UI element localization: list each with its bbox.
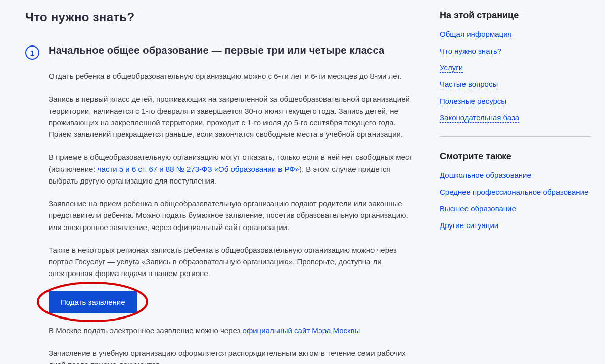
law-link[interactable]: части 5 и 6 ст. 67 и 88 № 273-ФЗ «Об обр… xyxy=(98,165,299,173)
nav-links: Общая информация Что нужно знать? Услуги… xyxy=(440,30,591,122)
submit-application-button[interactable]: Подать заявление xyxy=(49,291,137,313)
text: В Москве подать электронное заявление мо… xyxy=(49,326,243,335)
nav-link-services[interactable]: Услуги xyxy=(440,63,463,73)
nav-link-need-to-know[interactable]: Что нужно знать? xyxy=(440,47,501,56)
nav-link-general[interactable]: Общая информация xyxy=(440,30,512,39)
related-link-preschool[interactable]: Дошкольное образование xyxy=(440,171,531,179)
nav-link-faq[interactable]: Частые вопросы xyxy=(440,80,498,89)
section-row: 1 Начальное общее образование — первые т… xyxy=(25,44,414,364)
related-link-higher[interactable]: Высшее образование xyxy=(440,204,516,213)
sidebar: На этой странице Общая информация Что ну… xyxy=(430,10,591,364)
paragraph: Заявление на прием ребенка в общеобразов… xyxy=(49,198,414,233)
paragraph: Также в некоторых регионах записать ребе… xyxy=(49,244,414,280)
divider xyxy=(440,136,591,137)
nav-link-legislation[interactable]: Законодательная база xyxy=(440,113,519,123)
mayor-site-link[interactable]: официальный сайт Мэра Москвы xyxy=(243,326,360,335)
page-title: Что нужно знать? xyxy=(25,10,414,24)
paragraph: Запись в первый класс детей, проживающих… xyxy=(49,93,414,140)
paragraph: Зачисление в учебную организацию оформля… xyxy=(49,347,414,364)
related-links: Дошкольное образование Среднее профессио… xyxy=(440,171,591,230)
sidebar-nav-title: На этой странице xyxy=(440,10,591,21)
sidebar-related-title: Смотрите также xyxy=(440,151,591,162)
paragraph: В приеме в общеобразовательную организац… xyxy=(49,151,414,187)
nav-link-resources[interactable]: Полезные ресурсы xyxy=(440,97,506,106)
section-heading: Начальное общее образование — первые три… xyxy=(49,44,414,56)
related-link-secondary[interactable]: Среднее профессиональное образование xyxy=(440,188,588,196)
paragraph: Отдать ребенка в общеобразовательную орг… xyxy=(49,70,414,82)
step-badge: 1 xyxy=(25,46,39,60)
related-link-other[interactable]: Другие ситуации xyxy=(440,221,498,230)
paragraph: В Москве подать электронное заявление мо… xyxy=(49,325,414,336)
